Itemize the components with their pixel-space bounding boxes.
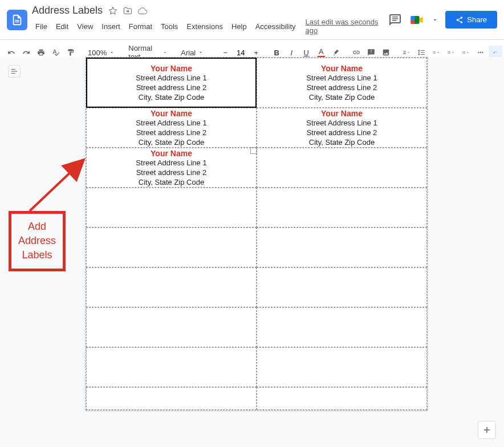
menu-bar: File Edit View Insert Format Tools Exten… — [32, 18, 384, 35]
label-cell[interactable] — [86, 347, 257, 387]
label-cell[interactable] — [86, 307, 257, 347]
menu-edit[interactable]: Edit — [52, 21, 72, 32]
menu-file[interactable]: File — [32, 21, 51, 32]
doc-title[interactable]: Address Labels — [32, 5, 103, 17]
label-cell[interactable] — [257, 307, 427, 347]
menu-view[interactable]: View — [74, 21, 96, 32]
move-icon[interactable] — [123, 6, 132, 15]
document-page: Your Name Street Address Line 1 Street a… — [86, 57, 428, 411]
comments-icon[interactable] — [388, 13, 402, 27]
label-cell[interactable] — [86, 387, 257, 410]
menu-format[interactable]: Format — [125, 21, 156, 32]
docs-logo[interactable] — [7, 10, 27, 30]
menu-accessibility[interactable]: Accessibility — [252, 21, 299, 32]
annotation-box: Add Address Labels — [9, 211, 66, 271]
meet-icon[interactable] — [409, 12, 425, 28]
svg-rect-1 — [411, 16, 415, 20]
label-cell[interactable] — [257, 387, 427, 410]
explore-button[interactable] — [478, 421, 496, 439]
label-cell[interactable] — [257, 267, 427, 307]
annotation-arrow — [18, 151, 92, 220]
star-icon[interactable] — [108, 6, 117, 15]
outline-icon[interactable] — [8, 65, 21, 78]
label-cell[interactable]: Your Name Street Address Line 1 Street a… — [257, 108, 427, 148]
label-cell[interactable] — [257, 188, 427, 227]
label-cell[interactable] — [86, 188, 257, 227]
menu-insert[interactable]: Insert — [98, 21, 124, 32]
cloud-icon[interactable] — [138, 6, 147, 15]
share-label: Share — [467, 15, 487, 24]
label-cell[interactable] — [257, 148, 427, 188]
svg-line-3 — [30, 160, 84, 211]
menu-help[interactable]: Help — [228, 21, 250, 32]
label-cell[interactable]: Your Name Street Address Line 1 Street a… — [257, 58, 427, 108]
label-cell[interactable] — [86, 227, 257, 267]
label-cell[interactable] — [257, 227, 427, 267]
meet-dropdown-icon[interactable] — [432, 17, 438, 23]
label-table[interactable]: Your Name Street Address Line 1 Street a… — [86, 57, 428, 411]
font-size-input[interactable] — [233, 48, 248, 57]
svg-rect-2 — [411, 20, 415, 24]
label-cell[interactable]: Your Name Street Address Line 1 Street a… — [86, 58, 257, 108]
label-cell[interactable]: Your Name Street Address Line 1 Street a… — [86, 148, 257, 188]
last-edit-link[interactable]: Last edit was seconds ago — [306, 18, 384, 35]
label-cell[interactable] — [257, 347, 427, 387]
label-cell[interactable] — [86, 267, 257, 307]
share-button[interactable]: Share — [445, 11, 497, 29]
menu-extensions[interactable]: Extensions — [183, 21, 226, 32]
label-cell[interactable]: Your Name Street Address Line 1 Street a… — [86, 108, 257, 148]
cell-resize-handle[interactable] — [250, 147, 257, 154]
menu-tools[interactable]: Tools — [157, 21, 181, 32]
